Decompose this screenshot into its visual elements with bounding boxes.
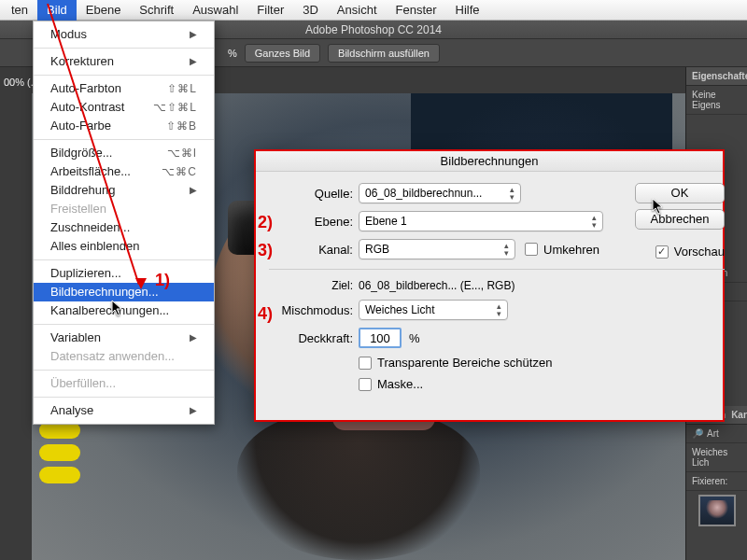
mask-label: Maske... xyxy=(377,377,423,391)
menu-bilddrehung[interactable]: Bilddrehung▶ xyxy=(34,181,214,200)
blendmode-select[interactable]: Weiches Licht▴▾ xyxy=(359,300,508,320)
apply-image-dialog: Bildberechnungen Quelle: 06_08_bildberec… xyxy=(254,149,725,422)
beard-area xyxy=(237,411,480,560)
properties-empty-text: Keine Eigens xyxy=(686,86,747,115)
source-select[interactable]: 06_08_bildberechnun...▴▾ xyxy=(359,183,521,203)
updown-icon: ▴▾ xyxy=(497,302,501,317)
zoom-percent-suffix: % xyxy=(228,48,237,59)
bild-menu-dropdown: Modus▶ Korrekturen▶ Auto-Farbton⇧⌘L Auto… xyxy=(33,21,215,425)
preview-label: Vorschau xyxy=(674,245,725,259)
cancel-button[interactable]: Abbrechen xyxy=(635,209,725,230)
menu-item-auswahl[interactable]: Auswahl xyxy=(183,0,247,21)
fill-screen-button[interactable]: Bildschirm ausfüllen xyxy=(328,44,440,63)
updown-icon: ▴▾ xyxy=(592,214,597,229)
channel-select[interactable]: RGB▴▾ xyxy=(359,239,515,259)
menu-auto-farbe[interactable]: Auto-Farbe⇧⌘B xyxy=(34,117,214,135)
opacity-input[interactable]: 100 xyxy=(359,328,402,348)
menu-korrekturen[interactable]: Korrekturen▶ xyxy=(34,52,214,71)
opacity-label: Deckkraft: xyxy=(269,331,353,345)
menu-variablen[interactable]: Variablen▶ xyxy=(34,329,214,347)
blendmode-label: Mischmodus: xyxy=(269,303,353,317)
opacity-suffix: % xyxy=(409,331,420,345)
menu-duplizieren[interactable]: Duplizieren... xyxy=(34,264,214,283)
target-label: Ziel: xyxy=(269,279,353,292)
menu-analyse[interactable]: Analyse▶ xyxy=(34,401,214,420)
menu-bildgroesse[interactable]: Bildgröße...⌥⌘I xyxy=(34,144,214,162)
menu-item-ebene[interactable]: Ebene xyxy=(77,0,131,21)
dialog-title: Bildberechnungen xyxy=(256,151,723,172)
preview-checkbox[interactable]: ✓ xyxy=(655,245,669,259)
menu-item-filter[interactable]: Filter xyxy=(247,0,293,21)
menu-auto-farbton[interactable]: Auto-Farbton⇧⌘L xyxy=(34,79,214,98)
menubar: ten Bild Ebene Schrift Auswahl Filter 3D… xyxy=(0,0,747,21)
menu-alles-einblenden[interactable]: Alles einblenden xyxy=(34,237,214,256)
filter-kind-label[interactable]: Art xyxy=(707,428,719,439)
updown-icon: ▴▾ xyxy=(510,186,514,201)
menu-datensatz: Datensatz anwenden... xyxy=(34,347,214,366)
menu-freistellen: Freistellen xyxy=(34,200,214,218)
menu-kanalberechnungen[interactable]: Kanalberechnungen... xyxy=(34,301,214,320)
properties-panel-header[interactable]: Eigenschaften xyxy=(686,67,747,86)
earring-area xyxy=(39,467,80,483)
blend-mode-readout[interactable]: Weiches Lich xyxy=(686,443,747,472)
lock-label: Fixieren: xyxy=(686,472,747,491)
menu-item-hilfe[interactable]: Hilfe xyxy=(446,0,489,21)
menu-item-fenster[interactable]: Fenster xyxy=(387,0,446,21)
chevron-right-icon: ▶ xyxy=(190,25,197,44)
chevron-right-icon: ▶ xyxy=(190,401,197,420)
menu-item-ten[interactable]: ten xyxy=(2,0,37,21)
menu-item-ansicht[interactable]: Ansicht xyxy=(328,0,387,21)
updown-icon: ▴▾ xyxy=(504,242,509,257)
target-value: 06_08_bildberech... (E..., RGB) xyxy=(359,279,725,292)
channel-label: Kanal: xyxy=(269,243,353,257)
menu-item-bild[interactable]: Bild xyxy=(37,0,77,21)
invert-label: Umkehren xyxy=(543,243,599,257)
source-label: Quelle: xyxy=(269,187,353,201)
menu-ueberfuellen: Überfüllen... xyxy=(34,374,214,393)
menu-item-3d[interactable]: 3D xyxy=(293,0,328,21)
chevron-right-icon: ▶ xyxy=(190,52,197,71)
menu-auto-kontrast[interactable]: Auto-Kontrast⌥⇧⌘L xyxy=(34,98,214,117)
chevron-right-icon: ▶ xyxy=(190,181,197,200)
menu-item-schrift[interactable]: Schrift xyxy=(130,0,183,21)
menu-modus[interactable]: Modus▶ xyxy=(34,25,214,44)
preserve-transparency-checkbox[interactable] xyxy=(359,357,372,370)
layer-select[interactable]: Ebene 1▴▾ xyxy=(359,211,603,231)
channels-panel-tab[interactable]: Kan xyxy=(731,410,747,420)
menu-arbeitsflaeche[interactable]: Arbeitsfläche...⌥⌘C xyxy=(34,162,214,181)
preserve-transparency-label: Transparente Bereiche schützen xyxy=(377,356,552,370)
menu-zuschneiden[interactable]: Zuschneiden... xyxy=(34,218,214,237)
invert-checkbox[interactable] xyxy=(525,243,538,256)
fit-whole-image-button[interactable]: Ganzes Bild xyxy=(245,44,320,63)
layer-thumbnail[interactable] xyxy=(698,495,736,526)
menu-bildberechnungen[interactable]: Bildberechnungen... xyxy=(34,283,214,301)
mask-checkbox[interactable] xyxy=(359,378,372,391)
chevron-right-icon: ▶ xyxy=(190,329,197,347)
search-icon[interactable]: 🔎 xyxy=(692,428,703,439)
ok-button[interactable]: OK xyxy=(635,183,725,203)
layer-label: Ebene: xyxy=(269,215,353,229)
